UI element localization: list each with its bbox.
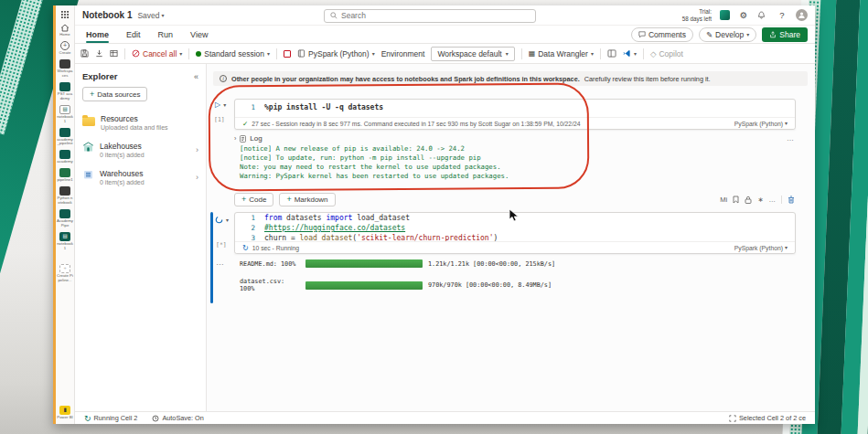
progress-fill <box>305 259 423 268</box>
fabric-app-icon[interactable] <box>720 10 730 20</box>
export-table-button[interactable] <box>110 49 118 58</box>
code-cell-1[interactable]: 1 %pip install -U -q datasets ✓ 27 sec -… <box>234 99 796 130</box>
cell2-kernel-selector[interactable]: PySpark (Python) ▾ <box>734 245 788 251</box>
settings-gear-icon[interactable]: ⚙ <box>738 11 749 20</box>
notifications-bell-icon[interactable] <box>757 11 768 19</box>
session-ready-dot <box>196 51 201 57</box>
chevron-right-icon[interactable]: › <box>196 173 198 182</box>
sidebar-item-pst-academy[interactable]: PST academy <box>56 82 74 101</box>
data-wrangler-dropdown[interactable]: ▦ Data Wrangler ▾ <box>529 49 594 58</box>
cell1-run-controls[interactable]: ▷ ▾ <box>215 101 226 109</box>
code-magic: %pip <box>264 103 282 111</box>
sidebar-item-academy[interactable]: academy <box>56 150 74 164</box>
explorer-item-resources[interactable]: Resources Uploaded data and files <box>75 109 206 136</box>
cell2-run-controls[interactable]: ▾ <box>215 216 229 224</box>
workspace-select[interactable]: Workspace default ▾ <box>431 47 514 61</box>
move-cell-badge[interactable]: Mi <box>720 196 727 204</box>
chevron-down-icon[interactable]: ▾ <box>223 102 226 108</box>
more-options-icon[interactable]: … <box>787 134 795 143</box>
sidebar-item-home[interactable]: Home <box>56 23 74 37</box>
log-file-icon <box>240 135 246 143</box>
warehouse-icon <box>82 169 94 180</box>
cell1-code-line[interactable]: 1 %pip install -U -q datasets <box>235 100 795 112</box>
account-avatar[interactable] <box>796 9 808 21</box>
sidebar-item-academypipe[interactable]: AcademyPipe <box>56 209 74 228</box>
log-toggle-row[interactable]: › Log … <box>234 134 795 143</box>
sidebar-item-create-pipeline[interactable]: + Create Pipeline... <box>56 264 74 283</box>
cell1-execution-count: [1] <box>214 116 225 123</box>
explorer-item-lakehouses[interactable]: Lakehouses 0 item(s) added › <box>75 136 206 164</box>
selected-cell-status: Selected Cell 2 of 2 ce <box>729 414 806 422</box>
title-bar: Notebook 1 Saved ▾ Trial: 58 days left ⚙ <box>75 5 815 26</box>
fabric-notebook-window: Home + Create Workspaces PST academy ▤ n… <box>53 5 815 424</box>
sidebar-item-pipeline1[interactable]: pipeline1 <box>56 168 74 183</box>
tab-home[interactable]: Home <box>84 27 111 42</box>
notebook-icon: ▤ <box>59 232 70 241</box>
nav-launcher[interactable] <box>56 10 74 19</box>
window-edge-strip <box>53 5 56 424</box>
output-more-icon[interactable]: … <box>216 258 225 267</box>
add-code-button[interactable]: + Code <box>234 193 273 206</box>
kernel-label: PySpark (Python) <box>734 245 783 251</box>
explorer-title: Explorer <box>82 71 118 81</box>
tab-run[interactable]: Run <box>156 27 176 42</box>
session-status-dropdown[interactable]: Standard session ▾ <box>196 49 270 58</box>
sidebar-item-workspaces[interactable]: Workspaces <box>56 59 74 79</box>
copilot-button[interactable]: ◇ Copilot <box>650 49 683 58</box>
cell2-code-line[interactable]: 1 from datasets import load_dataset <box>235 213 795 223</box>
chevron-right-icon[interactable]: › <box>234 135 236 142</box>
menu-bar: Home Edit Run View Comments ✎ Develop ▾ <box>75 26 815 44</box>
chevron-down-icon: ▾ <box>785 245 788 250</box>
lock-icon[interactable] <box>745 196 752 204</box>
add-data-sources-button[interactable]: + Data sources <box>82 87 147 101</box>
share-button[interactable]: Share <box>762 27 808 42</box>
collapse-panel-icon[interactable]: « <box>194 72 198 81</box>
delete-cell-icon[interactable] <box>788 196 795 204</box>
save-status-label: Saved <box>137 11 159 20</box>
vscode-button[interactable]: ▾ <box>623 49 637 58</box>
language-dropdown[interactable]: PySpark (Python) ▾ <box>297 49 375 58</box>
cell1-kernel-selector[interactable]: PySpark (Python) ▾ <box>734 121 788 127</box>
sidebar-item-notebook1-active[interactable]: ▤ notebook 1 <box>56 105 74 124</box>
tab-edit[interactable]: Edit <box>124 27 143 42</box>
develop-button[interactable]: ✎ Develop ▾ <box>699 27 756 42</box>
run-cell-icon[interactable]: ▷ <box>215 101 220 109</box>
chevron-down-icon[interactable]: ▾ <box>226 217 229 223</box>
sidebar-item-label: AcademyPipe <box>56 219 74 228</box>
environment-button[interactable]: Environment <box>381 49 425 58</box>
freeze-icon[interactable]: ∗ <box>757 196 763 204</box>
sidebar-item-academy-pipeline[interactable]: academy_pipeline <box>56 128 74 147</box>
running-spinner-icon <box>215 216 223 224</box>
explorer-item-warehouses[interactable]: Warehouses 0 item(s) added › <box>75 164 206 191</box>
sidebar-item-create[interactable]: + Create <box>56 41 74 56</box>
search-input[interactable] <box>341 11 530 20</box>
import-button[interactable] <box>95 49 103 58</box>
sidebar-item-power-bi[interactable]: ▮ Power BI <box>56 406 74 420</box>
comments-button[interactable]: Comments <box>631 27 693 42</box>
status-bar: ↻ Running Cell 2 AutoSave: On Selected C… <box>75 411 815 424</box>
save-status[interactable]: Saved ▾ <box>137 11 164 20</box>
cancel-all-button[interactable]: Cancel all ▾ <box>132 49 182 58</box>
autosave-status[interactable]: AutoSave: On <box>152 414 203 422</box>
more-options-icon[interactable]: … <box>769 196 777 204</box>
code-cell-2[interactable]: 1 from datasets import load_dataset 2 #h… <box>234 212 796 254</box>
code-comment-link[interactable]: #https://huggingface.co/datasets <box>264 224 405 233</box>
stop-session-icon[interactable] <box>284 50 291 58</box>
chevron-right-icon[interactable]: › <box>196 145 198 154</box>
add-markdown-button[interactable]: + Markdown <box>279 193 335 206</box>
tab-view[interactable]: View <box>188 27 209 42</box>
sidebar-item-python-notebook[interactable]: Python notebook <box>56 186 74 206</box>
left-nav-rail: Home + Create Workspaces PST academy ▤ n… <box>56 5 75 424</box>
banner-bold-text: Other people in your organization may ha… <box>231 75 580 83</box>
cell2-code-line[interactable]: 2 #https://huggingface.co/datasets <box>235 223 795 233</box>
save-button[interactable] <box>80 49 89 58</box>
sidebar-item-notebook1[interactable]: ▤ notebook 1 <box>56 232 74 251</box>
plus-icon: + <box>90 90 94 99</box>
global-search[interactable] <box>324 9 536 23</box>
help-icon[interactable]: ? <box>777 11 788 20</box>
bookmark-icon[interactable] <box>733 196 739 204</box>
power-bi-icon: ▮ <box>59 406 70 415</box>
layout-button[interactable] <box>607 49 616 58</box>
comments-label: Comments <box>648 30 686 39</box>
selection-frame-icon <box>729 415 736 422</box>
